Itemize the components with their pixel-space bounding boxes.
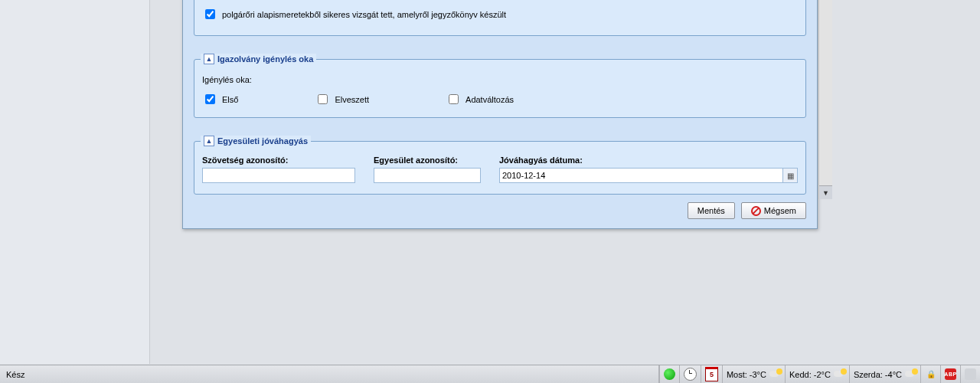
- collapse-icon[interactable]: [204, 54, 214, 64]
- abp-icon: ABP: [945, 368, 956, 380]
- reason-options: Első Elveszett Adatváltozás: [202, 92, 798, 106]
- calendar-picker-button[interactable]: ▦: [783, 168, 798, 183]
- network-icon: [965, 368, 976, 380]
- fieldset-reason: Igazolvány igénylés oka Igénylés oka: El…: [194, 59, 806, 118]
- collapse-icon[interactable]: [204, 136, 214, 146]
- weather-wed-text: Szerda: -4°C: [854, 370, 902, 379]
- vertical-scrollbar[interactable]: ▼: [818, 0, 832, 199]
- reason-lost[interactable]: Elveszett: [315, 92, 369, 106]
- weather-icon: [769, 368, 781, 380]
- fieldset-approval: Egyesületi jóváhagyás Szövetség azonosít…: [194, 141, 806, 195]
- club-input[interactable]: [374, 168, 481, 183]
- tray-weather-now[interactable]: Most: -3°C: [722, 365, 785, 383]
- reason-first[interactable]: Első: [202, 92, 238, 106]
- tray-abp[interactable]: ABP: [940, 365, 960, 383]
- tray-lock[interactable]: 🔒: [920, 365, 940, 383]
- clock-icon: [684, 368, 697, 381]
- reason-title: Igazolvány igénylés oka: [217, 54, 313, 64]
- federation-col: Szövetség azonosító:: [202, 155, 355, 183]
- reason-data-change-label: Adatváltozás: [466, 95, 514, 104]
- weather-now-text: Most: -3°C: [727, 370, 766, 379]
- approval-legend: Egyesületi jóváhagyás: [201, 136, 311, 146]
- weather-icon: [834, 368, 845, 380]
- sidebar-panel: [0, 0, 150, 364]
- weather-icon: [905, 368, 916, 380]
- approval-title: Egyesületi jóváhagyás: [217, 136, 308, 146]
- exam-passed-checkbox[interactable]: [205, 9, 215, 19]
- reason-first-label: Első: [222, 95, 238, 104]
- cancel-icon: [751, 206, 761, 216]
- weather-tue-text: Kedd: -2°C: [789, 370, 831, 379]
- tray-weather-wed[interactable]: Szerda: -4°C: [849, 365, 920, 383]
- lock-icon: 🔒: [925, 368, 936, 380]
- system-tray: 5 Most: -3°C Kedd: -2°C Szerda: -4°C 🔒 A…: [659, 365, 980, 383]
- tray-clock[interactable]: [679, 365, 701, 383]
- green-dot-icon: [664, 368, 675, 380]
- club-col: Egyesület azonosító:: [374, 155, 481, 183]
- form-dialog: polgárőri alapismeretekből sikeres vizsg…: [182, 0, 818, 229]
- tray-calendar[interactable]: 5: [701, 365, 722, 383]
- club-label: Egyesület azonosító:: [374, 155, 481, 165]
- cancel-button-label: Mégsem: [764, 206, 796, 215]
- reason-first-checkbox[interactable]: [205, 94, 215, 104]
- reason-data-change-checkbox[interactable]: [449, 94, 459, 104]
- exam-passed-row: polgárőri alapismeretekből sikeres vizsg…: [202, 7, 798, 21]
- reason-lost-checkbox[interactable]: [318, 94, 328, 104]
- federation-input[interactable]: [202, 168, 355, 183]
- exam-passed-label: polgárőri alapismeretekből sikeres vizsg…: [222, 10, 506, 19]
- fieldset-prerequisites: polgárőri alapismeretekből sikeres vizsg…: [194, 0, 806, 36]
- statusbar: Kész 5 Most: -3°C Kedd: -2°C Szerda: -4°…: [0, 365, 980, 383]
- reason-legend: Igazolvány igénylés oka: [201, 54, 316, 64]
- federation-label: Szövetség azonosító:: [202, 155, 355, 165]
- save-button[interactable]: Mentés: [688, 202, 735, 219]
- reason-data-change[interactable]: Adatváltozás: [446, 92, 514, 106]
- date-col: Jóváhagyás dátuma: ▦: [499, 155, 798, 183]
- tray-weather-tue[interactable]: Kedd: -2°C: [785, 365, 849, 383]
- save-button-label: Mentés: [697, 206, 725, 215]
- reason-prompt: Igénylés oka:: [202, 75, 798, 84]
- calendar-icon: ▦: [787, 172, 794, 180]
- scroll-down-button[interactable]: ▼: [819, 185, 832, 199]
- tray-online-indicator[interactable]: [659, 365, 679, 383]
- calendar-icon: 5: [705, 367, 718, 381]
- approval-grid: Szövetség azonosító: Egyesület azonosító…: [202, 155, 798, 183]
- date-field: ▦: [499, 168, 798, 183]
- dialog-actions: Mentés Mégsem: [194, 202, 806, 219]
- tray-network[interactable]: [960, 365, 980, 383]
- approval-date-input[interactable]: [499, 168, 783, 183]
- date-label: Jóváhagyás dátuma:: [499, 155, 798, 165]
- status-text: Kész: [0, 365, 659, 383]
- cancel-button[interactable]: Mégsem: [741, 202, 806, 219]
- reason-lost-label: Elveszett: [335, 95, 369, 104]
